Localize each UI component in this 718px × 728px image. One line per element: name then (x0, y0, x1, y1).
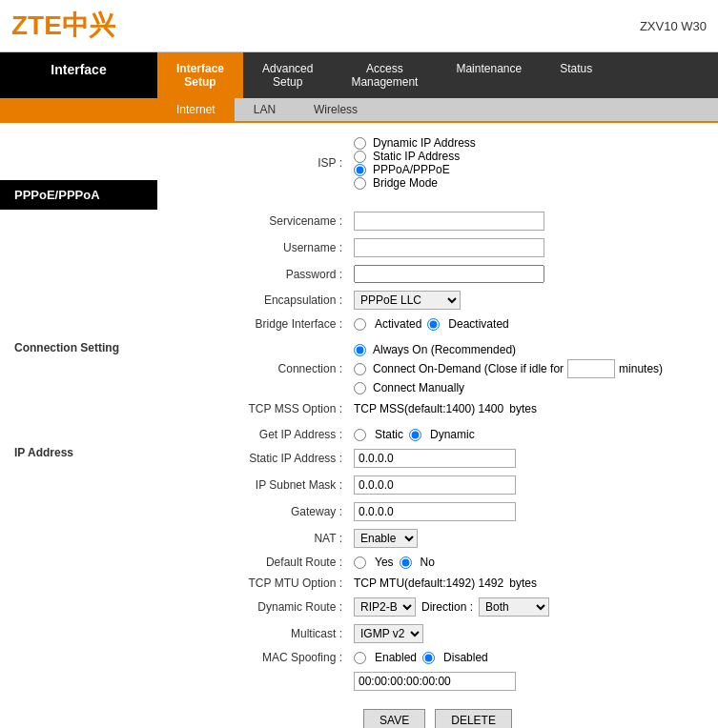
multicast-select[interactable]: IGMP v2 IGMP v1 None (354, 624, 423, 643)
bridge-activated-label: Activated (375, 317, 421, 331)
ip-address-label: IP Address (0, 438, 157, 467)
encapsulation-label: Encapsulation : (176, 287, 348, 313)
nav-interface-label: Interface (0, 52, 157, 98)
isp-pppoa-radio[interactable] (354, 164, 366, 176)
logo-chinese: 中兴 (62, 10, 115, 40)
username-label: Username : (176, 234, 348, 261)
isp-label: ISP : (176, 132, 348, 193)
encapsulation-select[interactable]: PPPoE LLC PPPoA VC-Mux PPPoA LLC (354, 291, 461, 310)
default-route-group: Yes No (354, 556, 693, 569)
mac-disabled-radio[interactable] (422, 652, 435, 664)
dynamic-route-select[interactable]: RIP2-B RIP1 None (354, 597, 416, 617)
nav-interface-setup[interactable]: Interface Setup (157, 52, 243, 98)
save-button[interactable]: SAVE (363, 709, 425, 728)
isp-bridge-label: Bridge Mode (373, 176, 438, 190)
connection-setting-label: Connection Setting (0, 334, 157, 362)
minutes-label: minutes) (619, 362, 663, 375)
isp-pppoa-row: PPPoA/PPPoE (354, 163, 693, 176)
isp-static-label: Static IP Address (373, 150, 460, 163)
nav-maintenance[interactable]: Maintenance (437, 52, 541, 98)
default-route-yes-radio[interactable] (354, 556, 366, 569)
connect-on-demand-label: Connect On-Demand (Close if idle for (373, 362, 564, 375)
content-wrapper: PPPoE/PPPoA Connection Setting IP Addres… (0, 123, 718, 728)
pppoa-form: Servicename : Username : Password : Enca… (176, 208, 699, 334)
isp-table: ISP : Dynamic IP Address Static IP Addre… (176, 132, 699, 193)
isp-dynamic-radio[interactable] (354, 137, 366, 150)
ip-address-form: Get IP Address : Static Dynamic Static I… (176, 424, 699, 695)
password-label: Password : (176, 261, 348, 287)
isp-dynamic-label: Dynamic IP Address (373, 136, 476, 150)
mtu-bytes-label: bytes (509, 576, 537, 590)
connect-manually-radio[interactable] (354, 382, 366, 394)
mac-address-spacer (176, 668, 348, 695)
default-route-no-radio[interactable] (400, 556, 412, 569)
isp-bridge-radio[interactable] (354, 177, 366, 190)
default-route-label: Default Route : (176, 552, 348, 573)
get-ip-dynamic-radio[interactable] (409, 429, 421, 441)
dynamic-label: Dynamic (430, 428, 475, 441)
connect-on-demand-row: Connect On-Demand (Close if idle for min… (354, 359, 693, 378)
sub-nav: Internet LAN Wireless (157, 98, 718, 123)
direction-select[interactable]: Both None In Only Out Only (479, 597, 549, 617)
tcp-mss-label: TCP MSS Option : (176, 398, 348, 419)
subnet-mask-label: IP Subnet Mask : (176, 472, 348, 498)
tcp-mtu-label: TCP MTU Option : (176, 573, 348, 594)
get-ip-group: Static Dynamic (354, 428, 693, 441)
logo: ZTE中兴 (11, 8, 115, 44)
isp-static-radio[interactable] (354, 151, 366, 163)
bytes-label: bytes (509, 402, 537, 415)
connection-options: Always On (Recommended) Connect On-Deman… (354, 343, 693, 394)
gateway-label: Gateway : (176, 498, 348, 525)
always-on-radio[interactable] (354, 344, 366, 356)
static-ip-input[interactable] (354, 449, 516, 468)
header: ZTE中兴 ZXV10 W30 (0, 0, 718, 52)
gateway-input[interactable] (354, 502, 516, 521)
dynamic-route-label: Dynamic Route : (176, 594, 348, 620)
bridge-deactivated-radio[interactable] (427, 318, 440, 331)
always-on-row: Always On (Recommended) (354, 343, 693, 356)
static-label: Static (375, 428, 403, 441)
button-row: SAVE DELETE (176, 695, 699, 728)
mac-enabled-radio[interactable] (354, 652, 366, 664)
bridge-activated-radio[interactable] (354, 318, 366, 331)
subnav-internet[interactable]: Internet (157, 98, 235, 121)
mac-address-input[interactable] (354, 672, 516, 691)
get-ip-static-radio[interactable] (354, 429, 366, 441)
subnav-lan[interactable]: LAN (235, 98, 295, 121)
mac-disabled-label: Disabled (443, 651, 488, 664)
username-input[interactable] (354, 238, 544, 257)
tcp-mss-value: TCP MSS(default:1400) 1400 (354, 402, 503, 415)
isp-options: Dynamic IP Address Static IP Address PPP… (348, 132, 699, 193)
password-input[interactable] (354, 265, 544, 283)
nat-select[interactable]: Enable Disable (354, 529, 418, 548)
nav-access-management[interactable]: Access Management (332, 52, 437, 98)
isp-bridge-row: Bridge Mode (354, 176, 693, 190)
dynamic-route-group: RIP2-B RIP1 None Direction : Both None I… (354, 597, 693, 617)
idle-time-input[interactable] (567, 359, 615, 378)
isp-static-row: Static IP Address (354, 150, 693, 163)
nav-status[interactable]: Status (541, 52, 611, 98)
connection-form: Connection : Always On (Recommended) Con… (176, 339, 699, 419)
tcp-mss-group: TCP MSS(default:1400) 1400 bytes (354, 402, 693, 415)
pppoa-section-label: PPPoE/PPPoA (0, 180, 157, 210)
nat-label: NAT : (176, 525, 348, 552)
direction-label: Direction : (421, 600, 473, 614)
static-ip-label: Static IP Address : (176, 445, 348, 472)
sub-nav-row: Internet LAN Wireless (0, 98, 718, 123)
mac-spoofing-group: Enabled Disabled (354, 651, 693, 664)
multicast-label: Multicast : (176, 620, 348, 647)
bridge-deactivated-label: Deactivated (448, 317, 508, 331)
isp-pppoa-label: PPPoA/PPPoE (373, 163, 450, 176)
subnav-wireless[interactable]: Wireless (295, 98, 377, 121)
servicename-input[interactable] (354, 212, 544, 231)
mac-spoofing-label: MAC Spoofing : (176, 647, 348, 668)
connect-on-demand-radio[interactable] (354, 363, 366, 375)
isp-dynamic-row: Dynamic IP Address (354, 136, 693, 150)
mac-enabled-label: Enabled (375, 651, 417, 664)
connection-label: Connection : (176, 339, 348, 398)
subnet-mask-input[interactable] (354, 475, 516, 495)
connect-manually-label: Connect Manually (373, 381, 464, 394)
delete-button[interactable]: DELETE (435, 709, 512, 728)
nav-advanced-setup[interactable]: Advanced Setup (243, 52, 332, 98)
connect-manually-row: Connect Manually (354, 381, 693, 394)
